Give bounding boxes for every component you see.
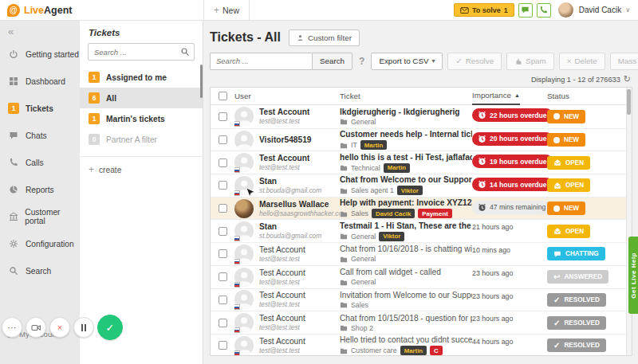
ticket-subject: Testmail 1 - Hi Stan, These are the spec… xyxy=(340,221,472,230)
row-checkbox[interactable] xyxy=(219,181,227,190)
displaying-text: Displaying 1 - 12 of 276633 xyxy=(531,76,620,84)
sidebar-item-getting-started[interactable]: Getting started xyxy=(0,41,80,68)
user-name: Test Account xyxy=(259,268,305,277)
ticket-row[interactable]: Test Accounttest@test.testCall from call… xyxy=(211,265,632,288)
ticket-row[interactable]: Marsellus Wallacehello@saasgrowthhacker.… xyxy=(211,197,632,220)
column-importance[interactable]: Importance▲ xyxy=(472,88,547,105)
importance-label: Importance xyxy=(472,91,511,100)
row-checkbox[interactable] xyxy=(219,249,227,258)
ticket-row[interactable]: Test Accounttest@test.testhello this is … xyxy=(211,151,632,174)
calls-quick-button[interactable] xyxy=(537,3,551,18)
user-name[interactable]: David Cacik xyxy=(579,6,621,14)
search-icon[interactable] xyxy=(180,47,190,57)
create-filter-button[interactable]: + create xyxy=(80,157,203,175)
ticket-subject: Chat from 10/15/2018 - question for prod… xyxy=(340,314,472,323)
select-all-checkbox[interactable] xyxy=(219,92,227,100)
filter-item-assigned-to-me[interactable]: 1Assigned to me xyxy=(80,67,203,88)
new-ticket-button[interactable]: + New xyxy=(203,0,250,21)
status-badge: NEW xyxy=(547,202,585,215)
sidebar-item-reports[interactable]: Reports xyxy=(0,176,80,203)
available-toggle-button[interactable]: ✓ xyxy=(97,315,123,340)
row-checkbox[interactable] xyxy=(219,204,227,213)
ticket-row[interactable]: Test Accounttest@test.testInvitation fro… xyxy=(211,288,632,311)
sidebar-item-calls[interactable]: Calls xyxy=(0,149,80,176)
custom-filter-button[interactable]: Custom filter xyxy=(289,29,360,46)
status-badge: NEW xyxy=(547,110,585,123)
ticket-row[interactable]: Visitor548519Customer needs help - Inter… xyxy=(211,128,632,151)
row-checkbox[interactable] xyxy=(219,341,227,350)
sidebar-item-tickets[interactable]: 1Tickets xyxy=(0,95,80,122)
sidebar-item-chats[interactable]: Chats xyxy=(0,122,80,149)
delete-button[interactable]: × Delete xyxy=(559,53,605,70)
filter-item-partner-a-filter[interactable]: 0Partner A filter xyxy=(80,129,203,150)
filter-panel-scrollbar[interactable] xyxy=(200,65,203,98)
plus-icon: + xyxy=(214,5,219,16)
video-call-button[interactable] xyxy=(26,317,46,338)
to-solve-label: To solve xyxy=(472,6,501,14)
table-scrollbar[interactable] xyxy=(626,88,632,355)
filter-item-all[interactable]: 6All xyxy=(80,88,203,108)
row-checkbox[interactable] xyxy=(219,112,227,121)
reply-arrow-icon: ↩ xyxy=(553,272,560,281)
ticket-row[interactable]: Stanst.bouda@gmail.comTestmail 1 - Hi St… xyxy=(211,219,632,242)
column-status[interactable]: Status xyxy=(547,92,627,100)
filter-count-badge: 1 xyxy=(89,72,100,83)
sidebar-item-label: Reports xyxy=(26,186,54,194)
spam-button[interactable]: Spam xyxy=(506,53,554,70)
help-button[interactable]: ? xyxy=(357,56,366,67)
sidebar-item-search[interactable]: Search xyxy=(0,257,80,284)
mass-action-button[interactable]: Mass action xyxy=(610,53,638,70)
ticket-row[interactable]: Stanst.bouda@gmail.comChat from Welcome … xyxy=(211,174,632,197)
avatar xyxy=(234,199,254,218)
dashboard-icon xyxy=(8,76,19,86)
table-scrollbar-thumb[interactable] xyxy=(627,89,631,115)
avatar xyxy=(234,107,254,126)
envelope-open-icon xyxy=(553,159,561,166)
collapse-sidebar-button[interactable]: « xyxy=(0,21,80,41)
folder-icon xyxy=(340,347,348,354)
row-checkbox[interactable] xyxy=(219,135,227,144)
sidebar-item-customer-portal[interactable]: Customer portal xyxy=(0,203,80,230)
nav-sidebar: « Getting startedDashboard1TicketsChatsC… xyxy=(0,21,80,364)
ticket-row[interactable]: Test Accounttest@test.testHello tried to… xyxy=(211,334,632,356)
search-button[interactable]: Search xyxy=(312,53,352,70)
row-checkbox[interactable] xyxy=(219,319,227,327)
sidebar-item-configuration[interactable]: Configuration xyxy=(0,230,80,257)
resolve-button[interactable]: ✓ Resolve xyxy=(447,53,502,70)
country-flag-icon xyxy=(234,190,240,196)
ticket-search-input[interactable] xyxy=(210,53,312,70)
filter-item-martin-s-tickets[interactable]: 1Martin's tickets xyxy=(80,108,203,129)
filter-search-input[interactable] xyxy=(88,43,195,61)
ticket-row[interactable]: Test Accounttest@test.testChat from 10/1… xyxy=(211,242,632,265)
column-ticket[interactable]: Ticket xyxy=(340,92,472,100)
row-checkbox[interactable] xyxy=(219,272,227,281)
ticket-row[interactable]: Test Accounttest@test.testChat from 10/1… xyxy=(211,311,632,334)
brand-logo[interactable]: @ LiveAgent xyxy=(0,4,203,17)
end-call-button[interactable]: × xyxy=(49,317,70,338)
folder-icon xyxy=(340,256,348,263)
chevron-down-icon[interactable]: ∨ xyxy=(625,6,630,14)
more-options-button[interactable]: ⋯ xyxy=(2,317,22,338)
table-body: Test Accounttest@test.testlkdgierugherig… xyxy=(211,105,632,356)
sidebar-item-label: Calls xyxy=(26,159,44,167)
row-checkbox[interactable] xyxy=(219,159,227,167)
user-name: Test Account xyxy=(259,314,305,323)
to-solve-button[interactable]: To solve 1 xyxy=(454,3,514,17)
pause-button[interactable] xyxy=(73,317,94,338)
ticket-row[interactable]: Test Accounttest@test.testlkdgierugherig… xyxy=(211,105,632,128)
toolbar: Search ? Export to CSV ▾ ✓ Resolve Spam … xyxy=(210,52,632,70)
column-user[interactable]: User xyxy=(234,92,340,100)
topbar-right-controls: To solve 1 David Cacik ∨ xyxy=(454,2,638,18)
refresh-icon[interactable]: ↻ xyxy=(624,74,631,84)
user-avatar[interactable] xyxy=(558,2,573,18)
sidebar-item-dashboard[interactable]: Dashboard xyxy=(0,68,80,95)
avatar xyxy=(234,336,254,355)
row-checkbox[interactable] xyxy=(219,227,227,236)
export-csv-button[interactable]: Export to CSV ▾ xyxy=(371,53,443,70)
ticket-subject: Customer needs help - Internal ticket xyxy=(340,130,472,139)
get-live-help-button[interactable]: Get Live Help xyxy=(628,237,638,314)
tickets-table: User Ticket Importance▲ Status Test Acco… xyxy=(210,87,632,356)
chats-quick-button[interactable] xyxy=(518,3,533,18)
row-checkbox[interactable] xyxy=(219,296,227,304)
avatar xyxy=(234,176,254,195)
